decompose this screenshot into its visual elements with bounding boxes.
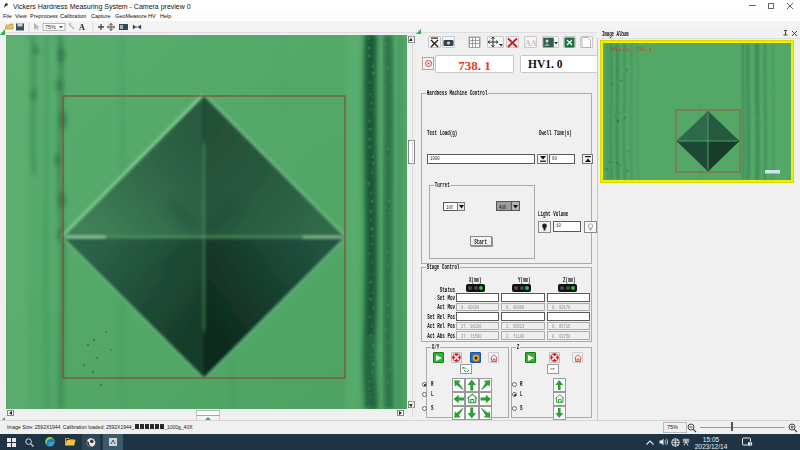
svg-text:HV1.0, 738.1: HV1.0, 738.1 <box>612 46 652 53</box>
svg-text:A: A <box>79 23 85 32</box>
svg-text:75%: 75% <box>45 24 56 30</box>
svg-text:GL: GL <box>462 366 467 370</box>
svg-text:SP: SP <box>550 367 555 371</box>
svg-text:AA: AA <box>525 39 536 48</box>
